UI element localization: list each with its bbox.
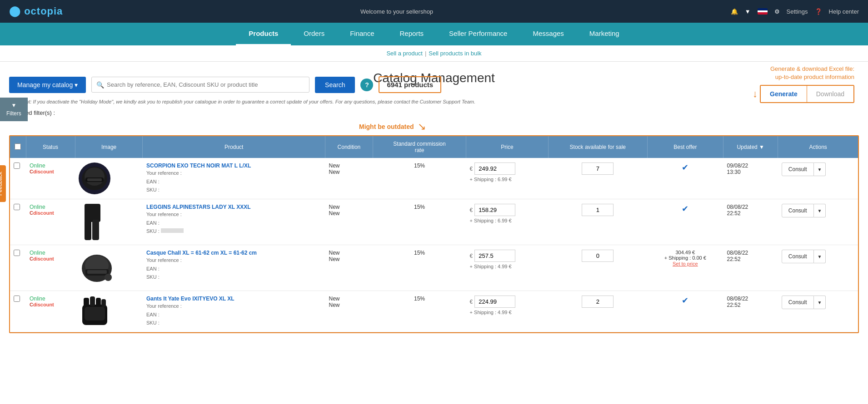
shipping-label: + Shipping : 6.99 € bbox=[470, 218, 545, 223]
feedback-tab[interactable]: Feedback bbox=[0, 165, 6, 202]
top-bar: ⬤ octopia Welcome to your sellershop 🔔 ▼… bbox=[0, 0, 868, 23]
consult-dropdown-button[interactable]: ▼ bbox=[814, 250, 826, 263]
product-name[interactable]: LEGGINS ALPINESTARS LADY XL XXXL bbox=[146, 204, 251, 210]
nav-item-finance[interactable]: Finance bbox=[337, 23, 387, 45]
best-offer-shipping: + Shipping : 0.00 € bbox=[651, 255, 719, 261]
nav-item-orders[interactable]: Orders bbox=[291, 23, 337, 45]
action-bar: Sell a product | Sell products in bulk bbox=[0, 45, 868, 62]
row-checkbox[interactable] bbox=[14, 163, 20, 169]
search-button[interactable]: Search bbox=[315, 77, 355, 93]
nav-item-seller-performance[interactable]: Seller Performance bbox=[436, 23, 520, 45]
th-updated[interactable]: Updated ▼ bbox=[723, 136, 778, 158]
actions-cell: Consult ▼ bbox=[778, 291, 858, 332]
nav-item-reports[interactable]: Reports bbox=[387, 23, 437, 45]
price-input[interactable] bbox=[474, 250, 515, 262]
sell-product-link[interactable]: Sell a product bbox=[386, 50, 423, 57]
casque-svg bbox=[80, 251, 114, 285]
filters-toggle[interactable]: ▼ Filters bbox=[0, 98, 28, 121]
consult-button[interactable]: Consult bbox=[782, 250, 814, 263]
consult-dropdown-button[interactable]: ▼ bbox=[814, 163, 826, 176]
select-all-checkbox[interactable] bbox=[15, 143, 21, 150]
best-offer-checkmark: ✔ bbox=[682, 296, 688, 305]
commission-cell: 15% bbox=[373, 245, 466, 291]
nav-item-messages[interactable]: Messages bbox=[520, 23, 576, 45]
consult-group: Consult ▼ bbox=[782, 204, 854, 217]
best-offer-checkmark: ✔ bbox=[682, 204, 688, 213]
nav-item-marketing[interactable]: Marketing bbox=[577, 23, 632, 45]
notification-icon[interactable]: 🔔 bbox=[731, 8, 738, 15]
nav-item-products[interactable]: Products bbox=[236, 23, 291, 45]
th-best-offer: Best offer bbox=[647, 136, 723, 158]
dropdown-icon[interactable]: ▼ bbox=[745, 8, 751, 15]
download-button[interactable]: Download bbox=[807, 86, 853, 102]
gants-svg bbox=[80, 296, 110, 327]
product-name[interactable]: Gants It Yate Evo IXITYEVO XL XL bbox=[146, 296, 234, 302]
row-checkbox[interactable] bbox=[14, 296, 20, 302]
price-cell: € + Shipping : 6.99 € bbox=[466, 158, 549, 199]
svg-rect-5 bbox=[85, 220, 91, 240]
status-online: Online bbox=[30, 296, 71, 302]
updated-cell: 09/08/22 13:30 bbox=[723, 158, 778, 199]
help-button[interactable]: ? bbox=[360, 79, 373, 91]
table-header: Status Image Product Condition Standard … bbox=[10, 136, 858, 158]
highlighted-section: Status Image Product Condition Standard … bbox=[9, 135, 859, 333]
table-row: Online Cdiscount bbox=[10, 291, 858, 332]
row-checkbox[interactable] bbox=[14, 204, 20, 210]
updated-cell: 08/08/22 22:52 bbox=[723, 199, 778, 245]
product-image bbox=[79, 250, 115, 286]
commission-cell: 15% bbox=[373, 158, 466, 199]
best-offer-price: 304.49 € bbox=[651, 250, 719, 255]
updated-date: 09/08/22 bbox=[727, 163, 774, 169]
nav-bar: Products Orders Finance Reports Seller P… bbox=[0, 23, 868, 45]
status-online: Online bbox=[30, 204, 71, 210]
price-input[interactable] bbox=[474, 296, 515, 308]
generate-button[interactable]: Generate bbox=[761, 86, 807, 102]
price-cell: € + Shipping : 4.99 € bbox=[466, 245, 549, 291]
condition-cell: NewNew bbox=[325, 158, 373, 199]
stock-input[interactable] bbox=[582, 250, 614, 262]
help-center-link[interactable]: Help center bbox=[829, 8, 859, 15]
best-offer-checkmark: ✔ bbox=[682, 163, 688, 172]
sell-bulk-link[interactable]: Sell products in bulk bbox=[429, 50, 481, 57]
price-input[interactable] bbox=[474, 204, 515, 216]
consult-dropdown-button[interactable]: ▼ bbox=[814, 204, 826, 217]
updated-time: 22:52 bbox=[727, 302, 774, 308]
consult-button[interactable]: Consult bbox=[782, 204, 814, 217]
condition-cell: NewNew bbox=[325, 245, 373, 291]
shipping-label: + Shipping : 4.99 € bbox=[470, 310, 545, 315]
condition-cell: NewNew bbox=[325, 291, 373, 332]
row-checkbox[interactable] bbox=[14, 250, 20, 256]
stock-input[interactable] bbox=[582, 163, 614, 175]
help-icon: ❓ bbox=[815, 8, 822, 15]
best-offer-cell: ✔ bbox=[647, 158, 723, 199]
consult-button[interactable]: Consult bbox=[782, 163, 814, 176]
product-name[interactable]: Casque Chall XL = 61-62 cm XL = 61-62 cm bbox=[146, 250, 257, 256]
products-count: 6941 products bbox=[379, 76, 441, 93]
stock-input[interactable] bbox=[582, 204, 614, 216]
stock-input[interactable] bbox=[582, 296, 614, 308]
updated-cell: 08/08/22 22:52 bbox=[723, 245, 778, 291]
svg-rect-15 bbox=[96, 298, 101, 307]
settings-icon: ⚙ bbox=[774, 8, 780, 15]
consult-dropdown-button[interactable]: ▼ bbox=[814, 296, 826, 309]
generate-download-group: Generate Download bbox=[760, 85, 854, 103]
product-name[interactable]: SCORPION EXO TECH NOIR MAT L L/XL bbox=[146, 163, 251, 169]
svg-rect-4 bbox=[85, 204, 100, 222]
price-input[interactable] bbox=[474, 163, 515, 175]
table-row: Online Cdiscount bbox=[10, 199, 858, 245]
generate-callout: Generate & download Excel file: up-to-da… bbox=[770, 65, 854, 81]
search-input[interactable] bbox=[104, 77, 304, 92]
th-condition: Condition bbox=[325, 136, 373, 158]
updated-time: 22:52 bbox=[727, 210, 774, 217]
status-online: Online bbox=[30, 250, 71, 256]
set-to-price-link[interactable]: Set to price bbox=[673, 261, 698, 266]
selected-filters: Selected filter(s) : bbox=[0, 107, 868, 119]
shipping-label: + Shipping : 6.99 € bbox=[470, 177, 545, 182]
actions-cell: Consult ▼ bbox=[778, 199, 858, 245]
table-body: Online Cdiscount bbox=[10, 158, 858, 332]
consult-button[interactable]: Consult bbox=[782, 296, 814, 309]
manage-catalog-button[interactable]: Manage my catalog ▾ bbox=[9, 77, 86, 93]
commission-cell: 15% bbox=[373, 291, 466, 332]
settings-link[interactable]: Settings bbox=[787, 8, 808, 15]
th-price: Price bbox=[466, 136, 549, 158]
